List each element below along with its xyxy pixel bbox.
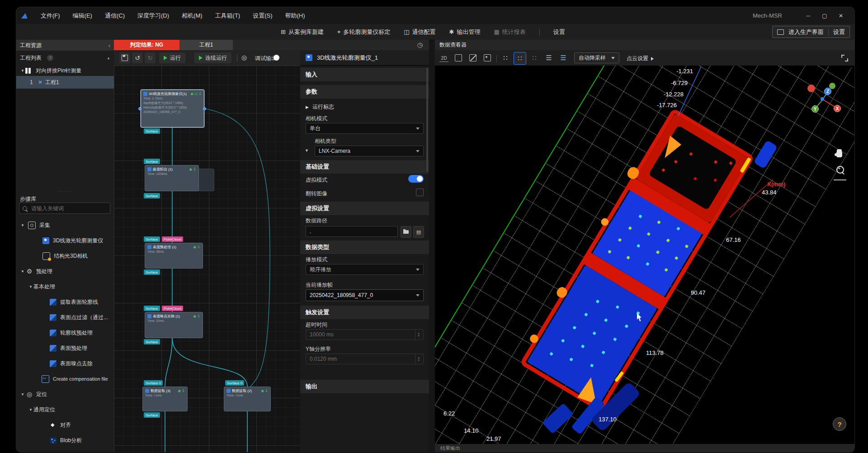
run-flag-row[interactable]: ▶运行标志	[306, 103, 334, 111]
expand-icon[interactable]: ▼	[28, 285, 33, 289]
tree-item-extract-profile[interactable]: 提取表面轮廓线	[16, 296, 114, 308]
current-frame-select[interactable]: 20250422_180958_477_0	[306, 289, 424, 301]
tree-item-structured-light[interactable]: 结构光3D相机	[16, 250, 114, 262]
node-surface-preprocess[interactable]: 表面预处理 (1) ◉↧ Time: 48ms	[145, 243, 203, 269]
projection-2d-icon[interactable]: 2D	[439, 54, 448, 62]
project-tab[interactable]: 工程1	[179, 40, 233, 50]
project-list-collapse-icon[interactable]: ▲	[107, 56, 110, 60]
param-section-bar[interactable]: 参数	[300, 85, 429, 99]
menu-deep-learning[interactable]: 深度学习(D)	[131, 7, 175, 24]
node-denoise[interactable]: 表面噪点去除 (1) ◉↧ Time: 10ms	[145, 312, 203, 338]
tree-item-locate[interactable]: ▼ ◎ 定位	[16, 388, 114, 401]
node-output-port[interactable]	[203, 107, 206, 110]
close-button[interactable]: ✕	[833, 10, 849, 22]
maximize-button[interactable]: ▢	[816, 10, 833, 22]
step-search-box[interactable]	[19, 203, 110, 214]
run-continuous-button[interactable]: 连续运行	[194, 52, 231, 63]
tree-item-surface-preprocess[interactable]: 表面预处理	[16, 342, 114, 354]
tree-item-compensation-file[interactable]: Create compensation file	[16, 373, 114, 385]
group-expand-icon[interactable]: ▼	[20, 69, 25, 73]
tree-item-general-locate[interactable]: ▼ 通用定位	[16, 403, 114, 416]
image-view-icon[interactable]	[483, 53, 492, 62]
gizmo-neg-x-ball[interactable]	[807, 85, 815, 92]
menu-help[interactable]: 帮助(H)	[279, 7, 311, 24]
judge-result-tab[interactable]: 判定结果: NG	[114, 40, 179, 50]
pan-hand-icon[interactable]	[836, 151, 842, 157]
stats-report-button[interactable]: ▦统计报表	[494, 28, 525, 36]
step-settings-icon[interactable]: ◎	[241, 54, 247, 61]
tree-item-capture[interactable]: ▼ 采集	[16, 219, 114, 231]
tree-item-preprocess[interactable]: ▼ ⚙ 预处理	[16, 265, 114, 278]
tree-item-blob[interactable]: Blob分析	[16, 434, 114, 447]
comm-config-button[interactable]: ◫通信配置	[404, 28, 435, 36]
pointcloud-color-icon[interactable]	[514, 52, 526, 65]
camera-type-select[interactable]: LNX-Camera	[315, 146, 424, 156]
expand-icon[interactable]: ▼	[28, 408, 33, 412]
downsample-dropdown[interactable]: 自动降采样	[574, 52, 619, 63]
layers-icon[interactable]: ☰	[544, 53, 553, 62]
node-data-extract-3[interactable]: 数据提取 (3) ◉↧ Time: <1ms	[142, 387, 188, 411]
trigger-settings-bar[interactable]: 触发设置	[300, 306, 429, 319]
clip-region-icon[interactable]	[468, 53, 477, 62]
node-surface-fitting[interactable]: 曲面拟合 (1) ◉↧ Time: 1009ms	[145, 165, 199, 191]
node-input-port[interactable]	[138, 107, 142, 110]
data-type-bar[interactable]: 数据类型	[300, 241, 429, 254]
tree-item-profile-preprocess[interactable]: 轮廓线预处理	[16, 326, 114, 339]
menu-settings[interactable]: 设置(S)	[246, 7, 278, 24]
tree-item-denoise[interactable]: 表面噪点去除	[16, 357, 114, 370]
data-path-input[interactable]: .	[306, 226, 398, 237]
view-cube-icon[interactable]	[454, 53, 463, 62]
save-button[interactable]	[119, 52, 130, 63]
gizmo-z-ball[interactable]: Z	[824, 88, 831, 95]
collapse-icon[interactable]: ▼	[305, 148, 309, 153]
minimize-button[interactable]: ─	[800, 10, 816, 22]
profiler-calibration-button[interactable]: ⌖多轮廓测量仪标定	[337, 28, 390, 36]
menu-communication[interactable]: 通信(C)	[99, 7, 131, 24]
menu-file[interactable]: 文件(F)	[34, 7, 66, 24]
tree-item-basic-process[interactable]: ▼ 基本处理	[16, 280, 114, 293]
browse-folder-button[interactable]	[401, 226, 411, 238]
undo-button[interactable]: ↺	[132, 52, 143, 63]
sidebar-collapse-icon[interactable]: ‹	[108, 42, 110, 49]
flip-image-checkbox[interactable]	[416, 189, 424, 196]
y-resolution-input[interactable]: 0.0120 mm ▴▾	[306, 354, 424, 364]
history-chart-icon[interactable]: ◷	[417, 41, 423, 48]
pointcloud-canvas[interactable]: -1.231 -6.729 -12.228 -17.726 X(mm) 43.8…	[435, 66, 854, 444]
toolbar-settings-button[interactable]: 设置	[553, 28, 565, 36]
input-section-bar[interactable]: 输入	[300, 68, 429, 81]
fullscreen-icon[interactable]	[840, 53, 849, 62]
tree-item-align[interactable]: 对齐	[16, 419, 114, 431]
graph-canvas[interactable]: 3D线激光轮廓测量仪(1) ◉☑↧ Time: 1.73ms depth图像尺寸…	[114, 66, 300, 452]
zoom-icon[interactable]	[836, 166, 844, 174]
pointcloud-settings-button[interactable]: 点云设置	[627, 55, 654, 62]
run-button[interactable]: 运行	[159, 52, 185, 63]
menu-edit[interactable]: 编辑(E)	[66, 7, 99, 24]
path-history-button[interactable]: ▤	[413, 226, 424, 238]
virtual-mode-toggle[interactable]	[408, 175, 424, 183]
tree-item-point-filter[interactable]: 表面点过滤（通过...	[16, 311, 114, 324]
gizmo-x-ball[interactable]: X	[834, 105, 841, 112]
pointcloud-dim-icon[interactable]	[530, 53, 539, 62]
pointcloud-gray-icon[interactable]	[501, 53, 510, 62]
layers-color-icon[interactable]: ☰	[559, 53, 568, 62]
tree-item-laser-profiler[interactable]: 3D线激光轮廓测量仪	[16, 234, 114, 247]
production-settings-button[interactable]: 设置	[833, 28, 845, 36]
project-item-row[interactable]: 1 ✕ 工程1	[16, 76, 114, 89]
help-button[interactable]: ?	[833, 417, 846, 431]
param-scrollbar[interactable]	[426, 68, 428, 172]
help-badge-icon[interactable]: ?	[47, 55, 53, 61]
camera-mode-select[interactable]: 单台	[306, 123, 424, 134]
gizmo-y-ball[interactable]: Y	[811, 105, 819, 113]
new-from-case-button[interactable]: ⊞从案例库新建	[281, 28, 324, 36]
project-group-row[interactable]: ▼ 对向拼接Pin针测量	[16, 64, 114, 77]
expand-icon[interactable]: ▼	[20, 269, 25, 274]
timeout-input[interactable]: 10000 ms ▴▾	[306, 329, 424, 340]
result-output-tab[interactable]: 结果输出	[435, 444, 854, 452]
expand-icon[interactable]: ▼	[20, 223, 25, 227]
menu-toolbox[interactable]: 工具箱(T)	[209, 7, 247, 24]
output-section-bar[interactable]: 输出	[300, 380, 429, 393]
expand-icon[interactable]: ▼	[20, 392, 25, 396]
output-management-button[interactable]: ✱输出管理	[449, 28, 481, 36]
enter-production-button[interactable]: 进入生产界面	[788, 28, 824, 36]
redo-button[interactable]: ↻	[145, 52, 156, 63]
